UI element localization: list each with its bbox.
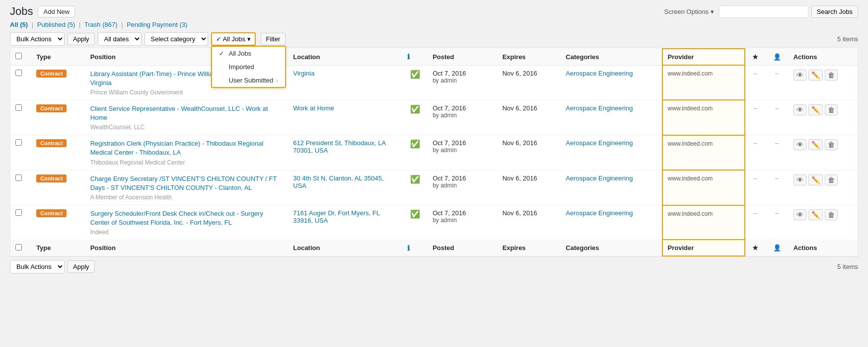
status-link-all[interactable]: All (5) xyxy=(10,21,28,28)
chevron-right-icon: › xyxy=(276,77,278,84)
post-by-4: by admin xyxy=(433,217,492,224)
company-name-2: Thibodaux Regional Medical Center xyxy=(90,159,284,166)
delete-icon-4[interactable]: 🗑 xyxy=(825,209,838,220)
edit-icon-0[interactable]: ✏️ xyxy=(808,70,823,81)
location-link-3[interactable]: 30 4th St N, Clanton, AL 35045, USA xyxy=(293,174,383,189)
search-input[interactable] xyxy=(719,5,808,18)
location-link-2[interactable]: 612 President St, Thibodaux, LA 70301, U… xyxy=(293,139,385,154)
post-date-4: Oct 7, 2016 xyxy=(433,209,492,217)
item-count-top: 5 items xyxy=(837,35,858,43)
category-link-0[interactable]: Aerospace Engineering xyxy=(566,70,633,77)
edit-icon-1[interactable]: ✏️ xyxy=(808,104,823,115)
apply-button-top[interactable]: Apply xyxy=(68,33,95,45)
screen-options-button[interactable]: Screen Options ▾ xyxy=(664,8,714,15)
star-value-3: – xyxy=(754,174,757,182)
edit-icon-4[interactable]: ✏️ xyxy=(808,209,823,220)
expires-2: Nov 6, 2016 xyxy=(498,135,561,170)
bulk-actions-select-bottom[interactable]: Bulk Actions xyxy=(10,260,65,273)
status-bar: All (5) | Published (5) | Trash (867) | … xyxy=(10,21,858,28)
location-link-4[interactable]: 7161 Auger Dr, Fort Myers, FL 33916, USA xyxy=(293,209,379,224)
tf-position: Position xyxy=(85,240,289,256)
jobs-table-wrap: Type Position Location ℹ Posted Expires … xyxy=(10,48,858,257)
company-name-0: Prince William County Government xyxy=(90,89,284,96)
provider-text-4: www.indeed.com xyxy=(668,210,713,217)
expires-0: Nov 6, 2016 xyxy=(498,65,561,100)
edit-icon-3[interactable]: ✏️ xyxy=(808,174,823,185)
dropdown-item-all-jobs-label: All Jobs xyxy=(229,50,252,57)
provider-text-3: www.indeed.com xyxy=(668,175,713,182)
dates-select[interactable]: All dates xyxy=(98,32,142,46)
type-badge-2: Contract xyxy=(36,139,67,147)
add-new-button[interactable]: Add New xyxy=(38,6,75,17)
position-link-4[interactable]: Surgery Scheduler/Front Desk Check in/Ch… xyxy=(90,209,284,227)
dropdown-item-user-submitted-label: User Submitted xyxy=(229,77,274,84)
delete-icon-0[interactable]: 🗑 xyxy=(825,70,838,81)
delete-icon-3[interactable]: 🗑 xyxy=(825,174,838,185)
tf-categories: Categories xyxy=(561,240,662,256)
status-link-published[interactable]: Published (5) xyxy=(37,21,75,28)
job-type-dropdown-wrap: ✓ All Jobs ▾ ✓ All Jobs Imported User Su… xyxy=(211,32,256,46)
delete-icon-2[interactable]: 🗑 xyxy=(825,139,838,150)
filter-button-top[interactable]: Filter xyxy=(261,33,286,45)
status-icon-0: ✅ xyxy=(410,70,420,79)
bottom-toolbar: Bulk Actions Apply 5 items xyxy=(10,260,858,273)
category-select[interactable]: Select category xyxy=(145,32,208,46)
status-link-pending[interactable]: Pending Payment (3) xyxy=(127,21,187,28)
location-link-0[interactable]: Virginia xyxy=(293,70,314,77)
top-toolbar: Bulk Actions Apply All dates Select cate… xyxy=(10,32,858,46)
status-icon-4: ✅ xyxy=(410,210,420,218)
provider-text-0: www.indeed.com xyxy=(668,70,713,77)
status-link-trash[interactable]: Trash (867) xyxy=(84,21,118,28)
edit-icon-2[interactable]: ✏️ xyxy=(808,139,823,150)
search-jobs-button[interactable]: Search Jobs xyxy=(811,5,858,18)
post-by-2: by admin xyxy=(433,147,492,154)
row-checkbox-0[interactable] xyxy=(15,70,22,76)
job-type-dropdown-trigger[interactable]: ✓ All Jobs ▾ xyxy=(211,32,256,46)
tf-person: 👤 xyxy=(766,240,789,256)
checkmark-icon: ✓ xyxy=(219,50,226,57)
category-link-2[interactable]: Aerospace Engineering xyxy=(566,139,633,147)
row-checkbox-1[interactable] xyxy=(15,104,22,111)
row-checkbox-4[interactable] xyxy=(15,209,22,216)
row-checkbox-2[interactable] xyxy=(15,139,22,146)
status-icon-3: ✅ xyxy=(410,175,420,183)
category-link-1[interactable]: Aerospace Engineering xyxy=(566,104,633,112)
dropdown-item-user-submitted[interactable]: User Submitted › xyxy=(212,74,286,87)
person-value-1: – xyxy=(775,104,779,112)
post-date-2: Oct 7, 2016 xyxy=(433,139,492,147)
row-checkbox-3[interactable] xyxy=(15,174,22,181)
view-icon-3[interactable]: 👁 xyxy=(794,174,806,185)
select-all-checkbox-bottom[interactable] xyxy=(15,244,22,251)
delete-icon-1[interactable]: 🗑 xyxy=(825,104,838,115)
category-link-3[interactable]: Aerospace Engineering xyxy=(566,174,633,182)
view-icon-1[interactable]: 👁 xyxy=(794,104,806,115)
person-value-0: – xyxy=(775,70,779,77)
expires-4: Nov 6, 2016 xyxy=(498,205,561,240)
category-link-4[interactable]: Aerospace Engineering xyxy=(566,209,633,217)
bulk-actions-select[interactable]: Bulk Actions xyxy=(10,32,65,46)
apply-button-bottom[interactable]: Apply xyxy=(68,260,95,273)
info-icon-header[interactable]: ℹ xyxy=(407,53,410,61)
tf-provider: Provider xyxy=(662,240,745,256)
table-row: Contract Client Service Representative -… xyxy=(10,100,858,135)
dropdown-item-imported[interactable]: Imported xyxy=(212,60,286,74)
position-link-3[interactable]: Charge Entry Secretary /ST VINCENT'S CHI… xyxy=(90,174,284,192)
tf-info: ℹ xyxy=(402,240,428,256)
table-row: Contract Surgery Scheduler/Front Desk Ch… xyxy=(10,205,858,240)
post-date-0: Oct 7, 2016 xyxy=(433,70,492,77)
person-value-4: – xyxy=(775,209,779,217)
location-link-1[interactable]: Work at Home xyxy=(293,104,334,112)
tf-type: Type xyxy=(31,240,85,256)
dropdown-item-all-jobs[interactable]: ✓ All Jobs xyxy=(212,47,286,60)
position-link-2[interactable]: Registration Clerk (Physician Practice) … xyxy=(90,139,284,157)
tf-actions: Actions xyxy=(789,240,858,256)
dropdown-item-imported-label: Imported xyxy=(229,63,254,71)
view-icon-4[interactable]: 👁 xyxy=(794,209,806,220)
info-icon-footer[interactable]: ℹ xyxy=(407,244,410,252)
position-link-1[interactable]: Client Service Representative - WealthCo… xyxy=(90,104,284,122)
view-icon-2[interactable]: 👁 xyxy=(794,139,806,150)
view-icon-0[interactable]: 👁 xyxy=(794,70,806,81)
status-icon-1: ✅ xyxy=(410,105,420,113)
th-info: ℹ xyxy=(402,49,428,65)
select-all-checkbox[interactable] xyxy=(15,53,22,59)
